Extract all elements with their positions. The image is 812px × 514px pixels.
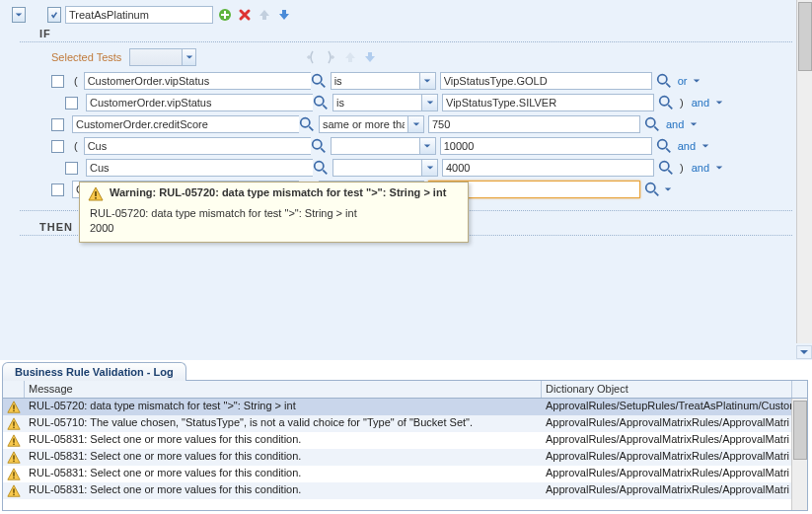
lhs-input[interactable]	[84, 72, 311, 90]
lhs-input[interactable]	[86, 94, 313, 111]
log-row[interactable]: RUL-05831: Select one or more values for…	[3, 482, 807, 499]
log-col-icon	[3, 381, 25, 398]
rhs-input[interactable]	[442, 94, 654, 111]
collapse-toggle[interactable]	[12, 7, 26, 23]
rhs-search-icon[interactable]	[658, 160, 674, 176]
panel-expand-toggle[interactable]	[796, 345, 812, 359]
row-menu-icon[interactable]	[690, 118, 698, 130]
row-checkbox[interactable]	[51, 140, 64, 153]
warning-icon	[3, 399, 25, 415]
condition-row: ) and	[65, 159, 800, 177]
log-message: RUL-05831: Select one or more values for…	[25, 466, 542, 482]
connector-link[interactable]: and	[690, 97, 711, 109]
tests-move-up-icon[interactable]	[342, 49, 358, 65]
paren-right-icon[interactable]	[323, 49, 338, 65]
condition-row: ( and	[51, 137, 800, 155]
tooltip-body-line1: RUL-05720: data type mismatch for test "…	[90, 206, 460, 221]
operator-dropdown-icon[interactable]	[419, 72, 436, 90]
log-row[interactable]: RUL-05831: Select one or more values for…	[3, 466, 807, 482]
log-col-dictionary[interactable]: Dictionary Object	[542, 381, 792, 398]
log-message: RUL-05720: data type mismatch for test "…	[25, 399, 542, 415]
row-checkbox[interactable]	[51, 75, 64, 88]
rhs-input[interactable]	[440, 72, 652, 90]
selected-tests-label: Selected Tests	[51, 51, 121, 63]
rhs-search-icon[interactable]	[644, 182, 660, 197]
close-paren: )	[678, 97, 686, 109]
row-checkbox[interactable]	[65, 162, 78, 175]
condition-row: ) and	[65, 94, 800, 111]
log-message: RUL-05710: The value chosen, "StatusType…	[25, 415, 542, 432]
lhs-input[interactable]	[86, 159, 313, 177]
selected-tests-dropdown[interactable]	[129, 48, 196, 66]
log-header: Message Dictionary Object	[3, 381, 807, 399]
rhs-input[interactable]	[440, 137, 652, 155]
row-menu-icon[interactable]	[715, 97, 723, 109]
operator-input[interactable]	[331, 137, 419, 155]
lhs-input[interactable]	[72, 115, 299, 133]
operator-dropdown-icon[interactable]	[421, 94, 438, 111]
warning-icon	[3, 482, 25, 499]
log-dictionary-object: ApprovalRules/ApprovalMatrixRules/Approv…	[542, 415, 792, 432]
tooltip-title: Warning: RUL-05720: data type mismatch f…	[110, 186, 446, 198]
log-col-message[interactable]: Message	[25, 381, 542, 398]
connector-link[interactable]: and	[676, 140, 698, 152]
log-vertical-scrollbar[interactable]	[791, 399, 807, 510]
row-checkbox[interactable]	[65, 97, 78, 110]
log-dictionary-object: ApprovalRules/SetupRules/TreatAsPlatinum…	[542, 399, 792, 415]
add-icon[interactable]	[217, 7, 233, 23]
rule-name-input[interactable]	[65, 6, 213, 24]
editor-vertical-scrollbar[interactable]	[796, 0, 812, 343]
row-checkbox[interactable]	[51, 184, 64, 196]
row-menu-icon[interactable]	[664, 184, 672, 195]
log-row[interactable]: RUL-05831: Select one or more values for…	[3, 449, 807, 466]
operator-dropdown-icon[interactable]	[419, 137, 436, 155]
paren-left-icon[interactable]	[303, 49, 319, 65]
rhs-input[interactable]	[442, 159, 654, 177]
divider	[20, 41, 792, 42]
row-menu-icon[interactable]	[701, 140, 709, 152]
operator-input[interactable]	[331, 72, 419, 90]
move-down-icon[interactable]	[276, 7, 292, 23]
log-message: RUL-05831: Select one or more values for…	[25, 482, 542, 499]
row-menu-icon[interactable]	[715, 162, 723, 174]
condition-row: ( or	[51, 72, 800, 90]
selected-tests-row: Selected Tests	[51, 48, 800, 66]
log-row[interactable]: RUL-05720: data type mismatch for test "…	[3, 399, 807, 415]
log-message: RUL-05831: Select one or more values for…	[25, 432, 542, 449]
rule-enabled-toggle[interactable]	[47, 7, 61, 23]
warning-icon	[3, 466, 25, 482]
tests-move-down-icon[interactable]	[362, 49, 378, 65]
operator-dropdown-icon[interactable]	[421, 159, 438, 177]
warning-icon	[88, 186, 104, 202]
log-dictionary-object: ApprovalRules/ApprovalMatrixRules/Approv…	[542, 466, 792, 482]
warning-icon	[3, 415, 25, 432]
rule-header-row	[12, 6, 800, 24]
operator-input[interactable]	[332, 159, 421, 177]
row-menu-icon[interactable]	[693, 75, 701, 87]
operator-input[interactable]	[332, 94, 421, 111]
open-paren: (	[72, 140, 80, 152]
validation-tooltip: Warning: RUL-05720: data type mismatch f…	[79, 182, 469, 243]
delete-icon[interactable]	[237, 7, 253, 23]
log-row[interactable]: RUL-05710: The value chosen, "StatusType…	[3, 415, 807, 432]
operator-dropdown-icon[interactable]	[407, 115, 424, 133]
validation-log-panel: Business Rule Validation - Log Message D…	[2, 380, 808, 511]
condition-row: and	[51, 115, 800, 133]
connector-link[interactable]: or	[676, 75, 690, 87]
lhs-input[interactable]	[84, 137, 311, 155]
row-checkbox[interactable]	[51, 118, 64, 131]
connector-link[interactable]: and	[690, 162, 711, 174]
warning-icon	[3, 449, 25, 466]
move-up-icon[interactable]	[257, 7, 272, 23]
operator-input[interactable]	[319, 115, 407, 133]
validation-log-tab[interactable]: Business Rule Validation - Log	[2, 362, 186, 381]
close-paren: )	[678, 162, 686, 174]
warning-icon	[3, 432, 25, 449]
log-message: RUL-05831: Select one or more values for…	[25, 449, 542, 466]
log-row[interactable]: RUL-05831: Select one or more values for…	[3, 432, 807, 449]
lhs-search-icon[interactable]	[313, 160, 329, 176]
rhs-input[interactable]	[428, 115, 640, 133]
log-dictionary-object: ApprovalRules/ApprovalMatrixRules/Approv…	[542, 449, 792, 466]
if-label: IF	[39, 28, 800, 39]
open-paren: (	[72, 75, 80, 87]
